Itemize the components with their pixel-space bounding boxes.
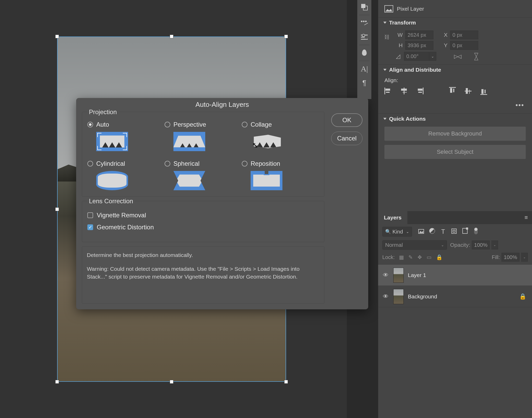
lock-artboard-icon[interactable]: ▭ <box>427 254 432 260</box>
projection-option-perspective[interactable]: Perspective <box>165 121 242 151</box>
handle-bottom-right[interactable] <box>284 380 288 384</box>
blend-mode-dropdown[interactable]: Normal⌄ <box>382 240 447 250</box>
align-section-header[interactable]: Align and Distribute <box>378 64 532 75</box>
handle-middle-left[interactable] <box>55 207 59 211</box>
filter-adjustment-icon[interactable] <box>429 228 436 235</box>
quick-actions-header[interactable]: Quick Actions <box>378 113 532 124</box>
quick-actions-title: Quick Actions <box>389 116 426 122</box>
kind-label: Kind <box>392 229 403 235</box>
opacity-label: Opacity: <box>450 242 470 248</box>
adjustments-panel-icon[interactable] <box>357 30 371 44</box>
projection-thumb-reposition <box>251 171 282 190</box>
x-label: X <box>441 32 448 38</box>
projection-thumb-cylindrical <box>96 171 128 190</box>
radio-spherical[interactable] <box>165 161 170 167</box>
opacity-input[interactable]: 100% <box>472 241 490 249</box>
lock-transparency-icon[interactable]: ▦ <box>399 254 404 260</box>
lens-correction-fieldset: Lens Correction Vignette Removal Geometr… <box>82 201 324 242</box>
geometric-checkbox[interactable] <box>87 224 93 230</box>
lock-all-icon[interactable]: 🔒 <box>436 254 443 260</box>
handle-top-left[interactable] <box>55 35 59 38</box>
radio-auto[interactable] <box>87 122 93 127</box>
select-subject-button[interactable]: Select Subject <box>384 145 526 159</box>
filter-type-icon[interactable]: T <box>440 228 446 235</box>
layer-item[interactable]: 👁 Layer 1 <box>378 265 532 286</box>
visibility-toggle-icon[interactable]: 👁 <box>378 272 393 279</box>
paragraph-panel-icon[interactable]: ¶ <box>357 76 371 90</box>
lock-icon[interactable]: 🔒 <box>519 293 532 300</box>
geometric-distortion-option[interactable]: Geometric Distortion <box>87 224 319 231</box>
projection-fieldset: Projection Auto Perspective Col <box>82 112 324 197</box>
filter-shape-icon[interactable] <box>451 228 457 235</box>
layer-filter-kind-dropdown[interactable]: 🔍 Kind ⌄ <box>382 227 412 237</box>
handle-bottom-middle[interactable] <box>170 380 173 384</box>
ok-button[interactable]: OK <box>331 113 362 127</box>
flip-vertical-icon[interactable]: ▷◁ <box>474 53 480 60</box>
layer-thumbnail[interactable] <box>393 268 404 283</box>
projection-option-cylindrical[interactable]: Cylindrical <box>87 160 165 190</box>
align-title: Align and Distribute <box>389 67 441 73</box>
align-right-icon[interactable] <box>416 87 424 95</box>
x-input[interactable]: 0 px <box>450 30 478 39</box>
brushes-panel-icon[interactable] <box>357 16 371 30</box>
pixel-layer-icon <box>384 5 393 13</box>
cancel-button[interactable]: Cancel <box>331 132 362 145</box>
width-input[interactable]: 2624 px <box>405 30 433 39</box>
fill-caret[interactable]: ⌄ <box>521 253 528 262</box>
transform-section-header[interactable]: Transform <box>378 17 532 28</box>
handle-top-middle[interactable] <box>170 35 173 38</box>
projection-legend: Projection <box>87 108 119 116</box>
align-left-icon[interactable] <box>384 87 392 95</box>
vignette-removal-option[interactable]: Vignette Removal <box>87 212 319 219</box>
align-vcenter-icon[interactable] <box>464 87 472 95</box>
more-options-icon[interactable]: ••• <box>516 101 526 109</box>
rotation-input[interactable]: 0.00°⌄ <box>404 52 436 61</box>
align-hcenter-icon[interactable] <box>400 87 408 95</box>
remove-background-button[interactable]: Remove Background <box>384 127 526 141</box>
projection-option-reposition[interactable]: Reposition <box>242 160 319 190</box>
handle-top-right[interactable] <box>284 35 288 38</box>
handle-bottom-left[interactable] <box>55 380 59 384</box>
chevron-down-icon <box>383 118 386 120</box>
chevron-down-icon <box>383 22 386 24</box>
filter-smartobject-icon[interactable] <box>462 228 468 235</box>
pixel-layer-label: Pixel Layer <box>397 6 424 12</box>
panel-menu-icon[interactable]: ≡ <box>520 214 532 221</box>
radio-perspective[interactable] <box>165 122 170 127</box>
flip-horizontal-icon[interactable]: ▷◁ <box>454 53 461 59</box>
lock-position-icon[interactable]: ✥ <box>418 254 422 260</box>
lock-pixels-icon[interactable]: ✎ <box>408 254 413 260</box>
projection-option-spherical[interactable]: Spherical <box>165 160 242 190</box>
y-input[interactable]: 0 px <box>450 41 478 50</box>
vignette-checkbox[interactable] <box>87 212 93 218</box>
align-bottom-icon[interactable] <box>480 87 488 95</box>
color-panel-icon[interactable] <box>357 0 371 14</box>
projection-option-auto[interactable]: Auto <box>87 121 165 151</box>
radio-reposition[interactable] <box>242 161 247 167</box>
filter-pixel-icon[interactable] <box>418 228 425 235</box>
fill-input[interactable]: 100% <box>501 253 519 262</box>
height-input[interactable]: 3936 px <box>405 41 433 50</box>
align-top-icon[interactable] <box>449 87 456 95</box>
filter-toggle-icon[interactable] <box>473 228 479 236</box>
layer-item[interactable]: 👁 Background 🔒 <box>378 286 532 307</box>
radio-collage[interactable] <box>242 122 247 127</box>
opacity-caret[interactable]: ⌄ <box>491 241 498 249</box>
projection-thumb-perspective <box>173 132 205 151</box>
radio-cylindrical[interactable] <box>87 161 93 167</box>
projection-option-collage[interactable]: Collage ⤡ <box>242 121 319 151</box>
lock-label: Lock: <box>382 254 395 260</box>
info-line-1: Determine the best projection automatica… <box>87 251 319 259</box>
link-wh-icon[interactable]: ⛓ <box>384 28 389 46</box>
layers-panel: Layers ≡ 🔍 Kind ⌄ T Normal⌄ Opacity: 100… <box>378 211 532 418</box>
character-panel-icon[interactable]: A| <box>357 62 371 76</box>
layers-tab[interactable]: Layers <box>378 211 407 224</box>
align-label: Align: <box>384 77 526 83</box>
chevron-down-icon <box>383 69 386 71</box>
radio-auto-label: Auto <box>96 121 109 128</box>
projection-thumb-auto <box>96 132 128 151</box>
styles-panel-icon[interactable] <box>357 46 371 60</box>
layer-thumbnail[interactable] <box>393 289 404 304</box>
dialog-title: Auto-Align Layers <box>76 98 368 112</box>
visibility-toggle-icon[interactable]: 👁 <box>378 293 393 300</box>
